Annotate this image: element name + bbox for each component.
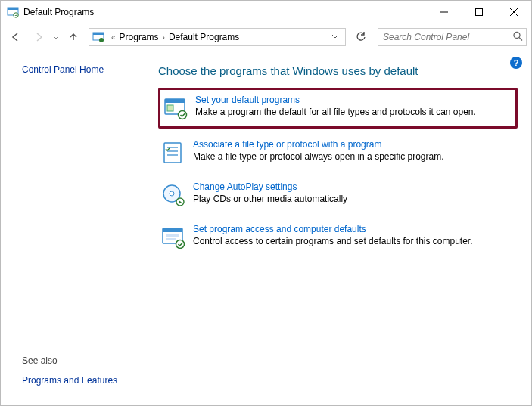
svg-rect-25 bbox=[166, 234, 179, 237]
chevron-right-icon: › bbox=[159, 33, 169, 42]
up-button[interactable] bbox=[63, 26, 84, 48]
refresh-button[interactable] bbox=[352, 28, 370, 46]
option-link[interactable]: Set your default programs bbox=[195, 95, 300, 105]
svg-rect-1 bbox=[8, 8, 18, 10]
svg-line-11 bbox=[519, 38, 522, 41]
option-link[interactable]: Change AutoPlay settings bbox=[193, 181, 297, 192]
content: ? Choose the programs that Windows uses … bbox=[152, 51, 531, 405]
search-box[interactable] bbox=[378, 28, 527, 46]
search-input[interactable] bbox=[378, 29, 526, 45]
svg-point-21 bbox=[170, 191, 174, 196]
minimize-button[interactable] bbox=[427, 1, 462, 23]
control-panel-home-link[interactable]: Control Panel Home bbox=[22, 64, 143, 75]
breadcrumb-overflow-icon[interactable]: « bbox=[107, 33, 120, 42]
svg-point-2 bbox=[14, 12, 18, 17]
close-button[interactable] bbox=[496, 1, 531, 23]
titlebar: Default Programs bbox=[1, 1, 531, 23]
program-access-icon bbox=[161, 225, 185, 249]
svg-rect-26 bbox=[166, 238, 176, 240]
maximize-button[interactable] bbox=[462, 1, 496, 23]
option-desc: Make a file type or protocol always open… bbox=[193, 151, 444, 162]
autoplay-icon bbox=[161, 183, 185, 207]
see-also-label: See also bbox=[22, 355, 143, 366]
svg-point-10 bbox=[514, 33, 520, 39]
sidebar: Control Panel Home See also Programs and… bbox=[1, 51, 152, 405]
back-button[interactable] bbox=[5, 26, 26, 48]
navbar: « Programs › Default Programs bbox=[1, 23, 531, 51]
window-title: Default Programs bbox=[23, 7, 94, 17]
svg-rect-8 bbox=[93, 33, 104, 35]
svg-rect-16 bbox=[164, 143, 181, 163]
svg-rect-4 bbox=[476, 8, 483, 15]
option-desc: Play CDs or other media automatically bbox=[193, 194, 347, 204]
recent-dropdown[interactable] bbox=[51, 26, 61, 48]
breadcrumb[interactable]: « Programs › Default Programs bbox=[89, 28, 346, 46]
svg-rect-24 bbox=[163, 228, 182, 232]
app-icon bbox=[7, 6, 19, 18]
forward-button[interactable] bbox=[28, 26, 49, 48]
svg-rect-14 bbox=[167, 105, 173, 111]
option-link[interactable]: Set program access and computer defaults bbox=[193, 224, 366, 234]
option-desc: Make a program the default for all file … bbox=[195, 107, 476, 117]
main: Control Panel Home See also Programs and… bbox=[1, 51, 531, 405]
help-icon[interactable]: ? bbox=[510, 57, 522, 69]
page-heading: Choose the programs that Windows uses by… bbox=[158, 64, 518, 77]
breadcrumb-dropdown-icon[interactable] bbox=[328, 32, 342, 42]
breadcrumb-icon bbox=[92, 31, 104, 43]
option-set-default-programs[interactable]: Set your default programs Make a program… bbox=[158, 88, 518, 129]
option-link[interactable]: Associate a file type or protocol with a… bbox=[193, 139, 381, 150]
breadcrumb-seg-programs[interactable]: Programs bbox=[120, 32, 159, 42]
associate-icon bbox=[161, 141, 185, 165]
breadcrumb-seg-default-programs[interactable]: Default Programs bbox=[169, 32, 239, 42]
svg-point-9 bbox=[99, 38, 104, 42]
svg-rect-13 bbox=[165, 99, 185, 103]
option-autoplay[interactable]: Change AutoPlay settings Play CDs or oth… bbox=[158, 177, 518, 213]
option-program-access[interactable]: Set program access and computer defaults… bbox=[158, 219, 518, 256]
svg-point-15 bbox=[179, 111, 187, 119]
option-associate-file-type[interactable]: Associate a file type or protocol with a… bbox=[158, 135, 518, 171]
svg-point-27 bbox=[176, 240, 185, 249]
search-icon[interactable] bbox=[512, 31, 523, 44]
programs-and-features-link[interactable]: Programs and Features bbox=[22, 375, 143, 386]
option-desc: Control access to certain programs and s… bbox=[193, 236, 473, 246]
default-programs-icon bbox=[163, 96, 188, 120]
